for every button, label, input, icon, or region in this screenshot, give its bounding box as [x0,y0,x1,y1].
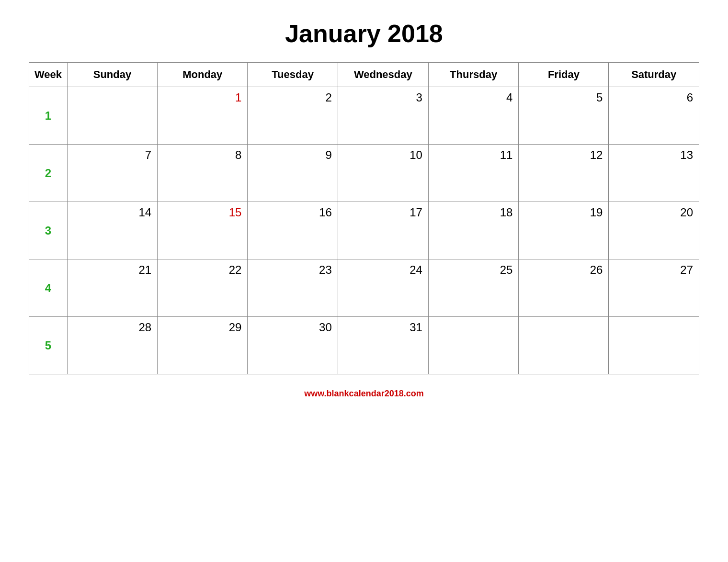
day-cell-18: 18 [428,202,519,259]
day-cell-empty-6 [609,317,699,374]
day-cell-5: 5 [519,87,609,145]
day-cell-6: 6 [609,87,699,145]
week-row-3: 314151617181920 [29,202,699,259]
day-cell-17: 17 [338,202,428,259]
week-row-5: 528293031 [29,317,699,374]
day-cell-11: 11 [428,145,519,202]
week-number-1: 1 [29,87,68,145]
day-cell-30: 30 [248,317,338,374]
column-header-friday: Friday [519,63,609,87]
header-row: WeekSundayMondayTuesdayWednesdayThursday… [29,63,699,87]
day-cell-21: 21 [67,259,157,317]
column-header-sunday: Sunday [67,63,157,87]
calendar-title: January 2018 [285,19,443,48]
day-cell-3: 3 [338,87,428,145]
week-number-3: 3 [29,202,68,259]
column-header-week: Week [29,63,68,87]
week-row-4: 421222324252627 [29,259,699,317]
week-row-1: 1123456 [29,87,699,145]
column-header-wednesday: Wednesday [338,63,428,87]
day-cell-22: 22 [158,259,248,317]
day-cell-14: 14 [67,202,157,259]
day-cell-15: 15 [158,202,248,259]
day-cell-23: 23 [248,259,338,317]
day-cell-13: 13 [609,145,699,202]
column-header-thursday: Thursday [428,63,519,87]
day-cell-28: 28 [67,317,157,374]
week-number-2: 2 [29,145,68,202]
day-cell-empty-0 [67,87,157,145]
day-cell-16: 16 [248,202,338,259]
column-header-tuesday: Tuesday [248,63,338,87]
day-cell-31: 31 [338,317,428,374]
column-header-saturday: Saturday [609,63,699,87]
day-cell-25: 25 [428,259,519,317]
week-row-2: 278910111213 [29,145,699,202]
day-cell-26: 26 [519,259,609,317]
day-cell-10: 10 [338,145,428,202]
week-number-4: 4 [29,259,68,317]
day-cell-9: 9 [248,145,338,202]
day-cell-7: 7 [67,145,157,202]
footer-link[interactable]: www.blankcalendar2018.com [304,389,423,399]
day-cell-8: 8 [158,145,248,202]
week-number-5: 5 [29,317,68,374]
day-cell-24: 24 [338,259,428,317]
day-cell-1: 1 [158,87,248,145]
day-cell-27: 27 [609,259,699,317]
day-cell-empty-5 [519,317,609,374]
day-cell-29: 29 [158,317,248,374]
day-cell-12: 12 [519,145,609,202]
day-cell-empty-4 [428,317,519,374]
day-cell-19: 19 [519,202,609,259]
calendar-table: WeekSundayMondayTuesdayWednesdayThursday… [29,62,699,374]
day-cell-4: 4 [428,87,519,145]
day-cell-2: 2 [248,87,338,145]
column-header-monday: Monday [158,63,248,87]
day-cell-20: 20 [609,202,699,259]
